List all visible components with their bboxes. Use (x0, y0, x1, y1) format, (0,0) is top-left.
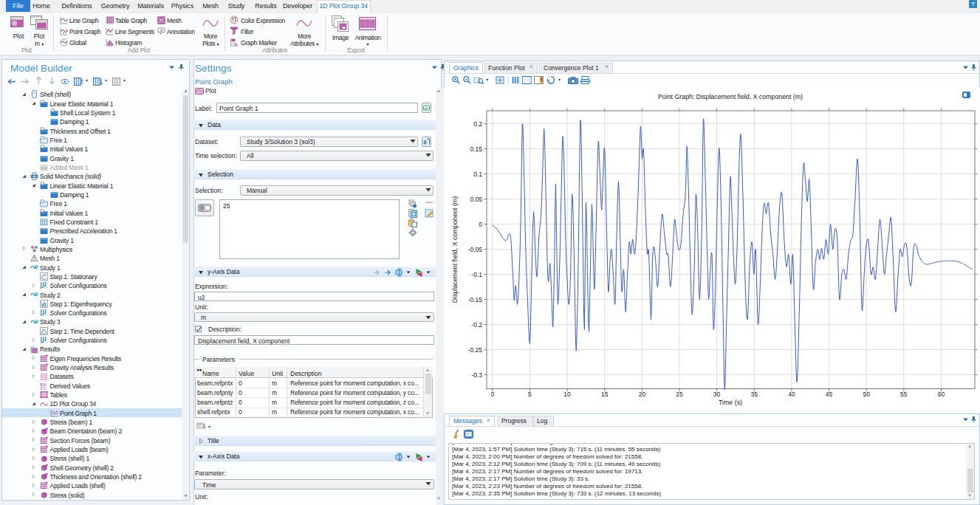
svg-text:0: 0 (479, 221, 482, 228)
svg-text:0: 0 (490, 391, 494, 398)
svg-text:40: 40 (788, 391, 795, 398)
svg-text:15: 15 (601, 391, 609, 398)
svg-text:25: 25 (676, 391, 683, 398)
svg-text:0.1: 0.1 (473, 171, 482, 178)
svg-text:10: 10 (563, 391, 571, 398)
svg-text:0.2: 0.2 (473, 120, 482, 128)
svg-text:3.1: 3.1 (41, 385, 47, 390)
svg-text:60: 60 (938, 391, 945, 398)
svg-text:0.05: 0.05 (470, 196, 482, 203)
svg-text:Displacement field, X componen: Displacement field, X component (m) (451, 196, 459, 303)
svg-text:-0.25: -0.25 (468, 346, 483, 354)
svg-text:55: 55 (900, 391, 908, 398)
svg-text:Time (s): Time (s) (719, 399, 742, 406)
svg-text:-0.2: -0.2 (471, 321, 482, 329)
svg-text:-0.3: -0.3 (471, 371, 482, 379)
svg-text:30: 30 (713, 391, 721, 398)
svg-text:5: 5 (528, 391, 532, 398)
svg-text:-0.1: -0.1 (471, 271, 482, 278)
svg-text:35: 35 (751, 391, 758, 398)
svg-text:45: 45 (826, 391, 833, 398)
svg-text:20: 20 (639, 391, 646, 398)
svg-text:Point Graph: Displacement fiel: Point Graph: Displacement field, X compo… (658, 93, 803, 100)
svg-text:-0.05: -0.05 (468, 246, 483, 253)
svg-text:-0.15: -0.15 (468, 296, 483, 303)
svg-text:50: 50 (863, 391, 870, 398)
svg-text:0.15: 0.15 (470, 145, 482, 153)
